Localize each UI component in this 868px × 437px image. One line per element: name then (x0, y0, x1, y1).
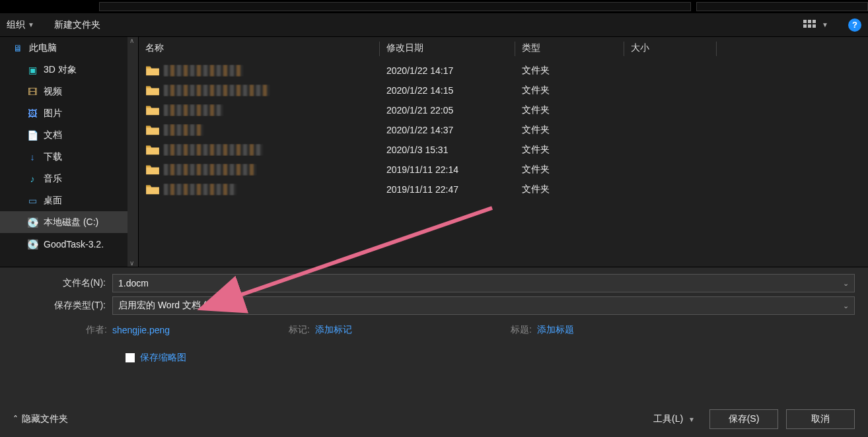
tag-value[interactable]: 添加标记 (315, 324, 352, 336)
sidebar-item-label: 下载 (44, 151, 62, 163)
sidebar-item-disk-c[interactable]: 💽 本地磁盘 (C:) (0, 211, 138, 233)
sidebar-item-pictures[interactable]: 🖼 图片 (0, 102, 138, 124)
author-value[interactable]: shengjie.peng (112, 325, 170, 335)
table-row[interactable]: 2020/1/22 14:37文件夹 (139, 120, 868, 140)
sidebar-item-label: 本地磁盘 (C:) (44, 217, 98, 228)
toolbar: 组织 ▼ 新建文件夹 ▼ ? (0, 13, 868, 37)
redacted-name (164, 184, 236, 195)
folder-icon (145, 124, 160, 136)
redacted-name (164, 144, 263, 156)
folder-icon (145, 104, 160, 116)
folder-icon (145, 84, 160, 96)
chevron-up-icon: ˄ (13, 414, 18, 424)
table-row[interactable]: 2020/1/3 15:31文件夹 (139, 140, 868, 160)
help-icon[interactable]: ? (848, 18, 861, 32)
sidebar-item-label: 文档 (44, 129, 62, 141)
cell-date: 2020/1/22 14:17 (380, 65, 515, 76)
savetype-select[interactable]: 启用宏的 Word 文档 (*.docm) ⌄ (112, 296, 855, 315)
redacted-name (164, 84, 270, 96)
table-row[interactable]: 2019/11/11 22:14文件夹 (139, 160, 868, 180)
title-key: 标题: (511, 324, 532, 336)
table-row[interactable]: 2019/11/11 22:47文件夹 (139, 180, 868, 199)
cell-type: 文件夹 (515, 184, 624, 195)
folder-icon (145, 65, 160, 77)
film-icon: 🎞 (26, 86, 38, 98)
column-headers: 名称 修改日期 类型 大小 (139, 37, 868, 57)
sidebar-root-thispc[interactable]: 🖥 此电脑 (0, 37, 138, 59)
chevron-down-icon: ⌄ (843, 302, 849, 310)
table-row[interactable]: 2020/1/22 14:15文件夹 (139, 81, 868, 100)
table-row[interactable]: 2020/1/21 22:05文件夹 (139, 100, 868, 120)
cell-type: 文件夹 (515, 65, 624, 77)
folder-icon (145, 144, 160, 156)
view-options-button[interactable]: ▼ (803, 20, 828, 30)
redacted-name (164, 104, 223, 116)
col-type[interactable]: 类型 (515, 42, 624, 56)
sidebar-item-music[interactable]: ♪ 音乐 (0, 168, 138, 189)
savetype-label: 保存类型(T): (13, 300, 112, 312)
organize-button[interactable]: 组织 ▼ (7, 19, 34, 31)
sidebar-item-label: 3D 对象 (44, 64, 77, 76)
new-folder-label: 新建文件夹 (54, 19, 100, 31)
filename-label: 文件名(N): (13, 277, 112, 289)
download-icon: ↓ (26, 151, 38, 163)
folder-icon (145, 184, 160, 195)
sidebar-item-label: GoodTask-3.2. (44, 239, 104, 250)
col-date[interactable]: 修改日期 (380, 42, 515, 56)
new-folder-button[interactable]: 新建文件夹 (54, 19, 100, 31)
cell-date: 2020/1/3 15:31 (380, 145, 515, 155)
sidebar-item-label: 图片 (44, 108, 62, 119)
hide-folders-toggle[interactable]: ˄ 隐藏文件夹 (13, 413, 68, 425)
cell-date: 2020/1/22 14:15 (380, 85, 515, 96)
sidebar-scrollbar[interactable] (127, 37, 138, 267)
author-key: 作者: (86, 324, 107, 336)
music-icon: ♪ (26, 173, 38, 185)
tools-label: 工具(L) (653, 413, 683, 425)
tools-button[interactable]: 工具(L) ▼ (653, 413, 695, 425)
sidebar-item-documents[interactable]: 📄 文档 (0, 124, 138, 146)
cube-icon: ▣ (26, 64, 38, 76)
redacted-name (164, 65, 243, 77)
chevron-down-icon: ▼ (28, 21, 34, 28)
tag-key: 标记: (289, 324, 310, 336)
thumbnail-label[interactable]: 保存缩略图 (140, 352, 186, 364)
cell-type: 文件夹 (515, 124, 624, 136)
sidebar-root-label: 此电脑 (29, 42, 57, 54)
sidebar-item-downloads[interactable]: ↓ 下载 (0, 146, 138, 168)
save-button[interactable]: 保存(S) (709, 409, 778, 429)
organize-label: 组织 (7, 19, 25, 31)
table-row[interactable]: 2020/1/22 14:17文件夹 (139, 61, 868, 81)
desktop-icon: ▭ (26, 195, 38, 207)
hide-folders-label: 隐藏文件夹 (22, 413, 68, 425)
sidebar-item-label: 音乐 (44, 173, 62, 185)
sidebar: 🖥 此电脑 ▣ 3D 对象 🎞 视频 🖼 图片 📄 文档 ↓ 下载 ♪ 音乐 ▭ (0, 37, 139, 267)
col-size[interactable]: 大小 (624, 42, 717, 56)
cancel-button[interactable]: 取消 (786, 409, 855, 429)
cell-type: 文件夹 (515, 164, 624, 176)
thumbnail-checkbox[interactable] (126, 353, 135, 362)
sidebar-item-3d[interactable]: ▣ 3D 对象 (0, 59, 138, 81)
sidebar-item-label: 桌面 (44, 195, 62, 207)
sidebar-item-goodtask[interactable]: 💽 GoodTask-3.2. (0, 233, 138, 255)
cell-type: 文件夹 (515, 84, 624, 96)
sidebar-item-desktop[interactable]: ▭ 桌面 (0, 189, 138, 211)
monitor-icon: 🖥 (12, 42, 24, 54)
sidebar-item-video[interactable]: 🎞 视频 (0, 81, 138, 102)
filename-input[interactable]: 1.docm ⌄ (112, 274, 855, 292)
cell-date: 2020/1/21 22:05 (380, 105, 515, 116)
cell-type: 文件夹 (515, 104, 624, 116)
save-panel: 文件名(N): 1.docm ⌄ 保存类型(T): 启用宏的 Word 文档 (… (0, 267, 868, 437)
picture-icon: 🖼 (26, 108, 38, 119)
folder-icon (145, 164, 160, 176)
document-icon: 📄 (26, 129, 38, 141)
cell-date: 2020/1/22 14:37 (380, 125, 515, 135)
disk-icon: 💽 (26, 217, 38, 228)
savetype-value: 启用宏的 Word 文档 (*.docm) (118, 300, 238, 312)
cell-date: 2019/11/11 22:14 (380, 164, 515, 175)
chevron-down-icon: ⌄ (843, 279, 849, 288)
title-value[interactable]: 添加标题 (537, 324, 574, 336)
chevron-down-icon: ▼ (822, 21, 828, 28)
disk-icon: 💽 (26, 238, 38, 250)
cell-date: 2019/11/11 22:47 (380, 184, 515, 195)
col-name[interactable]: 名称 (139, 42, 380, 56)
